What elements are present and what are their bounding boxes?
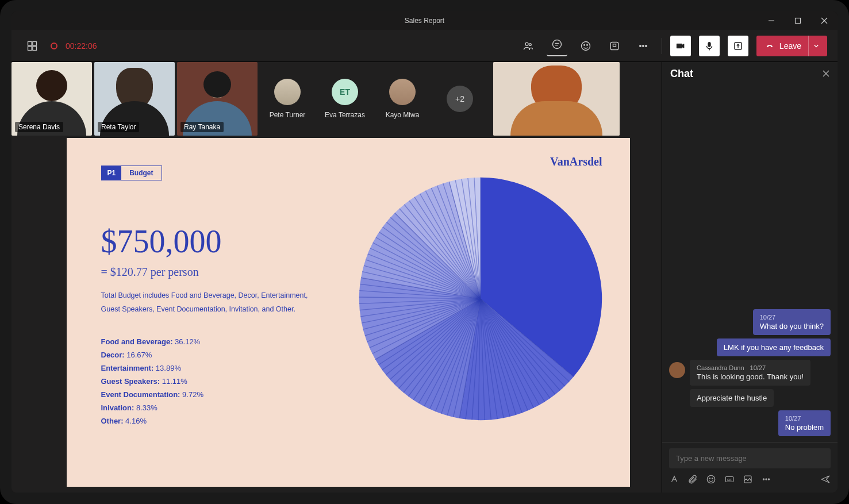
- svg-point-15: [587, 44, 588, 45]
- chat-title: Chat: [670, 68, 693, 80]
- svg-point-19: [643, 45, 644, 47]
- more-compose-icon[interactable]: [761, 474, 771, 487]
- close-button[interactable]: [811, 11, 838, 30]
- mic-button[interactable]: [699, 36, 720, 56]
- meeting-toolbar: 00:22:06 Leave: [11, 30, 838, 62]
- close-chat-icon[interactable]: [823, 69, 829, 79]
- svg-text:GIF: GIF: [727, 478, 732, 482]
- svg-point-110: [709, 478, 710, 479]
- overflow-participants[interactable]: +2: [432, 62, 487, 136]
- participant-avatar[interactable]: ET Eva Terrazas: [317, 62, 372, 136]
- shared-content: VanArsdel P1 Budget $750,000 = $120.77 p…: [67, 138, 630, 487]
- svg-rect-1: [796, 18, 801, 24]
- chat-icon[interactable]: [547, 36, 567, 56]
- camera-button[interactable]: [670, 36, 691, 56]
- people-icon[interactable]: [518, 36, 539, 56]
- participant-avatar[interactable]: Kayo Miwa: [375, 62, 430, 136]
- svg-point-109: [707, 475, 715, 483]
- participant-name: Eva Terrazas: [325, 111, 365, 119]
- overflow-count: +2: [447, 86, 473, 112]
- svg-point-14: [584, 44, 585, 45]
- send-icon[interactable]: [820, 474, 831, 487]
- participant-avatar[interactable]: Pete Turner: [260, 62, 315, 136]
- attach-icon[interactable]: [687, 474, 698, 487]
- video-tile[interactable]: Ray Tanaka: [177, 62, 258, 136]
- toolbar-divider: [662, 38, 662, 54]
- svg-point-13: [581, 41, 590, 50]
- svg-point-116: [766, 479, 767, 480]
- svg-rect-21: [708, 42, 711, 47]
- message-input[interactable]: [669, 448, 831, 468]
- hangup-icon: [765, 42, 775, 50]
- svg-point-8: [525, 43, 528, 45]
- svg-point-18: [640, 45, 641, 47]
- svg-rect-17: [613, 44, 616, 46]
- participant-name: Kayo Miwa: [386, 111, 420, 119]
- svg-rect-4: [28, 41, 32, 45]
- leave-button[interactable]: Leave: [756, 36, 827, 56]
- record-icon: [51, 43, 57, 49]
- slide-tab: P1 Budget: [101, 166, 162, 180]
- video-tile[interactable]: Reta Taylor: [94, 62, 175, 136]
- window-title: Sales Report: [11, 17, 838, 25]
- more-icon[interactable]: [633, 36, 654, 56]
- maximize-button[interactable]: [785, 11, 811, 30]
- reactions-icon[interactable]: [575, 36, 596, 56]
- avatar: [389, 79, 416, 105]
- tab-budget: Budget: [121, 166, 161, 180]
- grid-view-icon[interactable]: [22, 36, 43, 56]
- avatar: [669, 362, 685, 378]
- svg-point-117: [768, 479, 769, 480]
- chat-message-outgoing[interactable]: LMK if you have any feedback: [717, 338, 831, 356]
- titlebar: Sales Report: [11, 11, 838, 30]
- budget-description: Total Budget includes Food and Beverage,…: [101, 289, 308, 317]
- svg-point-9: [529, 43, 531, 45]
- chat-panel: Chat 10/27What do you think?LMK if you h…: [662, 62, 838, 493]
- gif-icon[interactable]: GIF: [724, 474, 735, 487]
- active-speaker-tile[interactable]: [493, 62, 620, 136]
- participant-name: Reta Taylor: [98, 122, 139, 132]
- avatar: ET: [332, 79, 358, 105]
- leave-chevron[interactable]: [808, 36, 824, 56]
- share-button[interactable]: [728, 36, 748, 56]
- chat-message-incoming[interactable]: Cassandra Dunn10/27This is looking good.…: [669, 360, 831, 386]
- participant-name: Pete Turner: [270, 111, 306, 119]
- minimize-button[interactable]: [758, 11, 785, 30]
- svg-rect-7: [33, 46, 37, 50]
- chat-message-outgoing[interactable]: 10/27What do you think?: [753, 309, 831, 335]
- avatar: [274, 79, 301, 105]
- format-icon[interactable]: [669, 474, 679, 487]
- leave-label: Leave: [779, 41, 801, 51]
- participant-name: Serena Davis: [15, 122, 63, 132]
- chat-message-incoming[interactable]: Appreciate the hustle: [669, 389, 831, 407]
- rooms-icon[interactable]: [604, 36, 625, 56]
- svg-point-111: [712, 478, 713, 479]
- video-tile[interactable]: Serena Davis: [11, 62, 92, 136]
- tab-p1: P1: [102, 166, 122, 180]
- svg-rect-6: [28, 46, 32, 50]
- chat-message-outgoing[interactable]: 10/27No problem: [778, 410, 831, 436]
- record-timer: 00:22:06: [66, 41, 97, 51]
- budget-pie-chart: [354, 172, 607, 425]
- svg-point-20: [646, 45, 647, 47]
- svg-point-10: [552, 40, 561, 48]
- chat-messages[interactable]: 10/27What do you think?LMK if you have a…: [662, 86, 838, 442]
- brand-logo: VanArsdel: [550, 155, 602, 168]
- sticker-icon[interactable]: [743, 474, 753, 487]
- chat-compose: GIF: [662, 442, 838, 493]
- svg-point-115: [763, 479, 764, 480]
- participant-strip: Serena Davis Reta Taylor Ray Tanaka Pete…: [11, 62, 662, 136]
- svg-rect-16: [610, 42, 618, 49]
- participant-name: Ray Tanaka: [180, 122, 224, 132]
- svg-rect-5: [33, 41, 37, 45]
- emoji-icon[interactable]: [706, 474, 716, 487]
